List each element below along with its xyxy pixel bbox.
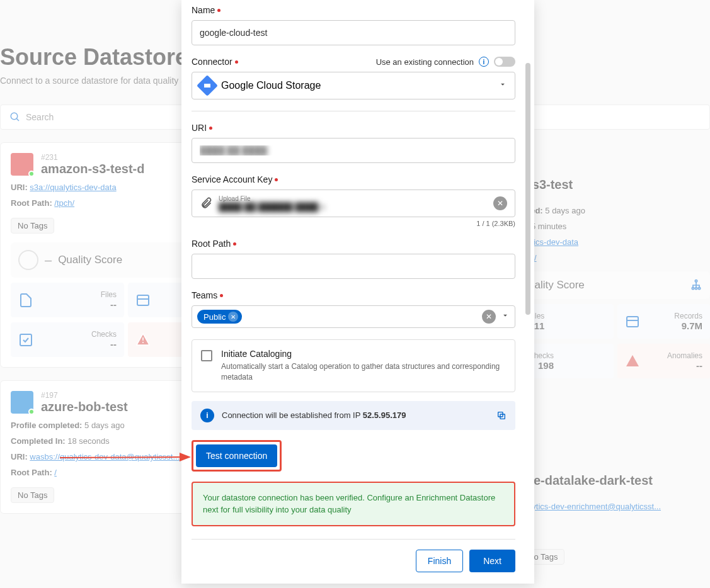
- name-input[interactable]: [192, 20, 515, 45]
- uploaded-filename: ████ ██ ██████ ████ n: [219, 202, 487, 212]
- required-indicator: [217, 9, 220, 12]
- test-connection-highlight: Test connection: [192, 440, 282, 472]
- service-key-label: Service Account Key: [192, 174, 272, 184]
- info-icon: i: [200, 409, 214, 422]
- test-connection-button[interactable]: Test connection: [196, 444, 277, 467]
- uri-label: URI: [192, 123, 207, 133]
- teams-label: Teams: [192, 290, 217, 300]
- required-indicator: [235, 60, 238, 64]
- clear-file-icon[interactable]: ✕: [493, 196, 507, 210]
- remove-chip-icon[interactable]: ✕: [228, 312, 238, 322]
- chevron-down-icon: [498, 80, 507, 91]
- scrollbar[interactable]: [525, 63, 530, 315]
- uri-input[interactable]: [192, 138, 515, 163]
- gcs-icon: [197, 75, 218, 96]
- initiate-cataloging-option[interactable]: Initiate Cataloging Automatically start …: [192, 339, 515, 392]
- rootpath-label: Root Path: [192, 239, 231, 249]
- required-indicator: [220, 294, 223, 297]
- connector-select[interactable]: Google Cloud Storage: [192, 72, 515, 99]
- team-chip[interactable]: Public✕: [197, 310, 242, 324]
- existing-connection-toggle[interactable]: [494, 57, 515, 67]
- file-count: 1 / 1 (2.3KB): [192, 220, 515, 227]
- name-label: Name: [192, 5, 215, 15]
- ip-address: 52.5.95.179: [363, 410, 406, 420]
- connector-label: Connector: [192, 57, 232, 67]
- required-indicator: [275, 178, 278, 181]
- existing-connection-label: Use an existing connection: [376, 57, 474, 67]
- ip-info-banner: i Connection will be established from IP…: [192, 401, 515, 430]
- required-indicator: [209, 127, 212, 130]
- teams-select[interactable]: Public✕ ✕: [192, 305, 515, 328]
- rootpath-input[interactable]: [192, 254, 515, 279]
- checkbox[interactable]: [201, 350, 212, 361]
- info-icon[interactable]: i: [479, 57, 489, 67]
- add-datastore-modal: Name Connector Use an existing connectio…: [181, 0, 534, 584]
- required-indicator: [233, 242, 236, 246]
- copy-icon[interactable]: [496, 410, 507, 421]
- file-upload[interactable]: Upload File ████ ██ ██████ ████ n ✕: [192, 189, 515, 217]
- chevron-down-icon: [501, 311, 510, 322]
- attachment-icon: [200, 197, 212, 210]
- next-button[interactable]: Next: [469, 550, 515, 572]
- finish-button[interactable]: Finish: [416, 550, 463, 572]
- clear-teams-icon[interactable]: ✕: [482, 310, 496, 324]
- connection-success-banner: Your datastore connection has been verif…: [192, 482, 515, 526]
